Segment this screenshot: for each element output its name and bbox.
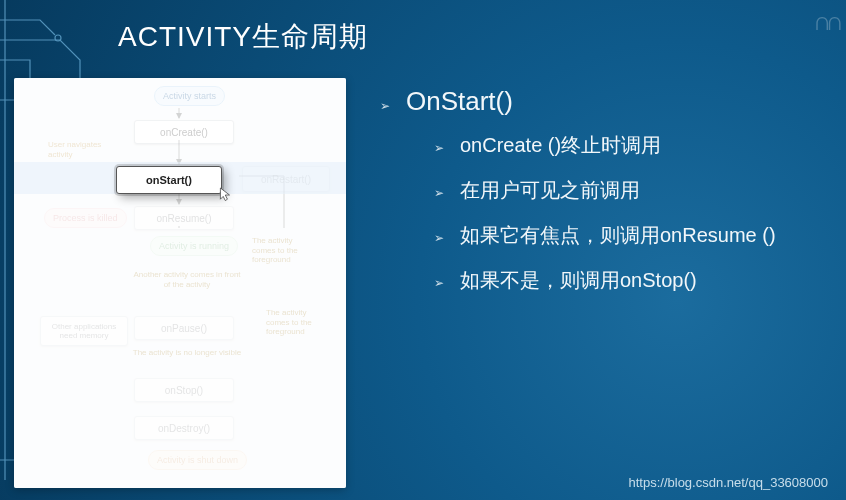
note-foreground-2: The activity comes to the foreground [266,308,326,337]
node-onstart: onStart() [116,166,222,194]
node-onstop: onStop() [134,378,234,402]
node-running: Activity is running [150,236,238,256]
chevron-right-icon: ➢ [434,275,448,292]
bullet-level2: ➢ 如果它有焦点，则调用onResume () [434,221,826,250]
diagram-arrows [14,78,314,228]
footer-url: https://blog.csdn.net/qq_33608000 [629,475,829,490]
chevron-right-icon: ➢ [434,140,448,157]
bullet-level1: ➢ OnStart() [380,86,826,117]
chevron-right-icon: ➢ [434,185,448,202]
bullet-text: 在用户可见之前调用 [460,176,826,205]
bullet-level2: ➢ 在用户可见之前调用 [434,176,826,205]
mouse-cursor-icon [219,186,233,204]
note-foreground: The activity comes to the foreground [252,236,312,265]
bullet-text: onCreate ()终止时调用 [460,131,826,160]
bullet-level2: ➢ 如果不是，则调用onStop() [434,266,826,295]
node-onpause: onPause() [134,316,234,340]
bullet-text: 如果不是，则调用onStop() [460,266,826,295]
node-ondestroy: onDestroy() [134,416,234,440]
note-another-activity: Another activity comes in front of the a… [132,270,242,289]
bullet-content: ➢ OnStart() ➢ onCreate ()终止时调用 ➢ 在用户可见之前… [380,86,826,311]
bullet-level2: ➢ onCreate ()终止时调用 [434,131,826,160]
node-shutdown: Activity is shut down [148,450,247,470]
lifecycle-diagram: Activity starts onCreate() User navigate… [14,78,346,488]
svg-point-1 [55,35,61,41]
slide: ACTIVITY生命周期 ∩∩ Activity starts onCreate… [0,0,846,500]
bullet-heading: OnStart() [406,86,513,117]
chevron-right-icon: ➢ [380,99,394,113]
note-other-apps: Other applications need memory [40,316,128,346]
bullet-text: 如果它有焦点，则调用onResume () [460,221,826,250]
watermark-icon: ∩∩ [813,6,838,37]
slide-title: ACTIVITY生命周期 [118,18,368,56]
note-no-longer-visible: The activity is no longer visible [132,348,242,358]
chevron-right-icon: ➢ [434,230,448,247]
